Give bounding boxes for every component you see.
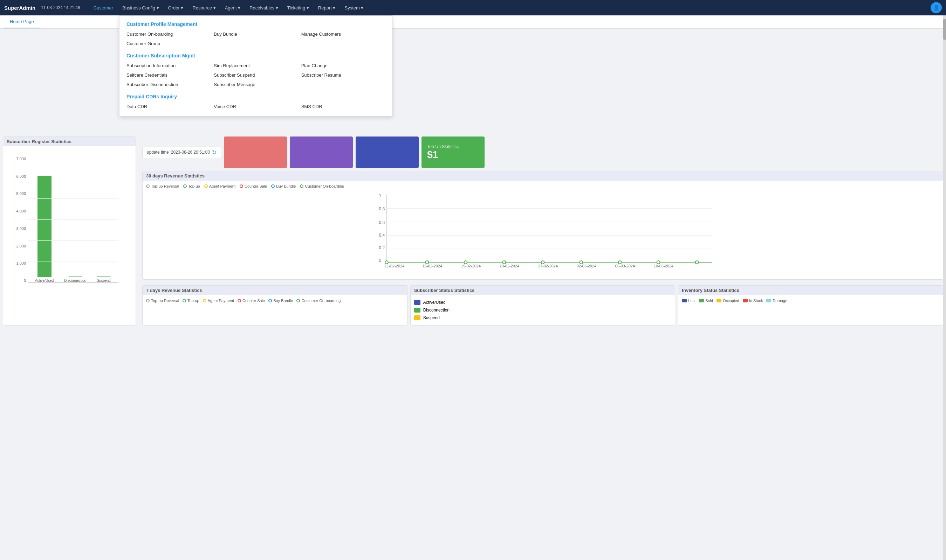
refresh-icon[interactable]: ↻ — [212, 149, 216, 156]
update-time-box: update time 2023-08-26 20:51:00 ↻ — [142, 147, 221, 158]
nav-receivables[interactable]: Receivables ▾ — [245, 3, 282, 12]
legend-7-dot-counter-sale — [238, 299, 241, 302]
section-header-subscription[interactable]: Customer Subscription Mgmt — [127, 53, 385, 58]
svg-point-20 — [657, 261, 660, 264]
main-content: Subscriber Register Statistics 7,000 6,0… — [0, 134, 946, 328]
nav-ticketing[interactable]: Ticketing ▾ — [283, 3, 313, 12]
svg-point-14 — [426, 261, 429, 264]
status-item-disconnection: Disconnection — [414, 306, 672, 314]
section-header-cdrs[interactable]: Prepaid CDRs Inquiry — [127, 94, 385, 99]
legend-inv-lost: Lost — [682, 298, 696, 303]
dropdown-subscriber-resume[interactable]: Subscriber Resume — [301, 71, 385, 79]
status-color-suspend — [414, 315, 420, 320]
nav-order[interactable]: Order ▾ — [164, 3, 188, 12]
revenue-7-panel: 7 days Revenue Statistics Top-up Reversa… — [142, 285, 407, 326]
dropdown-customer-onboarding[interactable]: Customer On-boarding — [127, 31, 210, 38]
legend-7-dot-topup — [182, 299, 186, 302]
legend-7-dot-agent-payment — [203, 299, 206, 302]
scrollbar-thumb[interactable] — [943, 19, 946, 40]
dropdown-manage-customers[interactable]: Manage Customers — [301, 31, 385, 38]
subscriber-status-list: Active/Used Disconnection Suspend — [414, 298, 672, 322]
dropdown-plan-change[interactable]: Plan Change — [301, 62, 385, 69]
svg-text:11-02-2024: 11-02-2024 — [385, 264, 404, 268]
tab-home[interactable]: Home Page — [3, 15, 40, 28]
inv-color-lost — [682, 299, 687, 302]
legend-inv-sold: Sold — [699, 298, 713, 303]
status-item-active: Active/Used — [414, 298, 672, 306]
nav-business-config[interactable]: Business Config ▾ — [118, 3, 163, 12]
dropdown-empty-1 — [214, 40, 298, 47]
dropdown-voice-cdr[interactable]: Voice CDR — [214, 103, 298, 110]
dropdown-subscription-info[interactable]: Subscription Information — [127, 62, 210, 69]
dropdown-selfcare-credentials[interactable]: Selfcare Credentials — [127, 71, 210, 79]
top-stats: update time 2023-08-26 20:51:00 ↻ Top-Up… — [142, 137, 943, 168]
inventory-legend: Lost Sold Occupied In Stock — [682, 298, 939, 303]
legend-dot-customer-onboarding — [300, 185, 303, 188]
nav-system[interactable]: System ▾ — [340, 3, 367, 12]
inv-color-sold — [699, 299, 704, 302]
legend-7-agent-payment: Agent Payment — [203, 298, 234, 303]
svg-text:10-03-2024: 10-03-2024 — [654, 264, 673, 268]
legend-customer-onboarding: Customer On-boarding — [300, 184, 344, 188]
nav-items: Customer Business Config ▾ Order ▾ Resou… — [90, 3, 929, 12]
legend-7-dot-topup-reversal — [146, 299, 150, 302]
svg-text:23-02-2024: 23-02-2024 — [500, 264, 519, 268]
nav-resource[interactable]: Resource ▾ — [188, 3, 220, 12]
dropdown-data-cdr[interactable]: Data CDR — [127, 103, 210, 110]
chart-y-labels: 7,000 6,000 5,000 4,000 3,000 2,000 1,00… — [8, 157, 26, 283]
dropdown-empty-3 — [301, 81, 385, 88]
dropdown-sim-replacement[interactable]: Sim Replacement — [214, 62, 298, 69]
legend-agent-payment: Agent Payment — [204, 184, 235, 188]
nav-report[interactable]: Report ▾ — [314, 3, 340, 12]
status-color-disconnection — [414, 308, 420, 312]
dropdown-customer-group[interactable]: Customer Group — [127, 40, 210, 47]
legend-7-topup-reversal: Top-up Reversal — [146, 298, 179, 303]
dropdown-sms-cdr[interactable]: SMS CDR — [301, 103, 385, 110]
bar-active — [37, 176, 51, 277]
status-item-suspend: Suspend — [414, 314, 672, 322]
brand-label[interactable]: SuperAdmin — [4, 5, 35, 11]
legend-dot-topup-reversal — [146, 185, 150, 188]
legend-7-buy-bundle: Buy Bundle — [269, 298, 293, 303]
legend-dot-buy-bundle — [271, 185, 275, 188]
svg-point-18 — [580, 261, 583, 264]
svg-text:1: 1 — [379, 193, 381, 198]
svg-point-13 — [385, 261, 388, 264]
right-panel: update time 2023-08-26 20:51:00 ↻ Top-Up… — [142, 137, 943, 326]
bar-label-suspend: Suspend — [97, 278, 110, 282]
dropdown-subscriber-message[interactable]: Subscriber Message — [214, 81, 298, 88]
revenue-30-chart: 1 0.8 0.6 0.4 0.2 0 — [146, 191, 939, 268]
legend-dot-topup — [183, 185, 187, 188]
dropdown-subscriber-suspend[interactable]: Subscriber Suspend — [214, 71, 298, 79]
user-avatar[interactable]: 👤 — [931, 2, 942, 13]
svg-point-16 — [503, 261, 506, 264]
revenue-7-legend: Top-up Reversal Top-up Agent Payment Cou… — [146, 298, 404, 303]
svg-point-19 — [619, 261, 622, 264]
legend-dot-agent-payment — [204, 185, 208, 188]
bar-label-active: Active/Used — [35, 278, 54, 282]
legend-dot-counter-sale — [240, 185, 243, 188]
scrollbar-track[interactable] — [943, 15, 946, 328]
subscriber-status-panel: Subscriber Status Statistics Active/Used… — [410, 285, 676, 326]
legend-7-dot-buy-bundle — [269, 299, 272, 302]
update-time-value: 2023-08-26 20:51:00 — [171, 150, 210, 155]
dropdown-buy-bundle[interactable]: Buy Bundle — [214, 31, 298, 38]
chart-bars: Active/Used Disconnection Suspend — [28, 157, 118, 283]
status-color-active — [414, 300, 420, 305]
bar-disconnection — [68, 277, 82, 277]
dropdown-subscriber-disconnection[interactable]: Subscriber Disconnection — [127, 81, 210, 88]
legend-topup-reversal: Top-up Reversal — [146, 184, 179, 188]
revenue-7-title: 7 days Revenue Statistics — [143, 286, 407, 295]
nav-customer[interactable]: Customer — [90, 3, 117, 12]
revenue-30-title: 30 days Revenue Statistics — [143, 171, 943, 181]
stat-box-topup: Top-Up Statistics $1 — [421, 137, 485, 168]
bar-suspend — [97, 277, 111, 277]
svg-point-17 — [541, 261, 545, 264]
section-header-profile[interactable]: Customer Profile Management — [127, 22, 385, 27]
legend-7-dot-customer-onboarding — [296, 299, 300, 302]
nav-agent[interactable]: Agent ▾ — [221, 3, 245, 12]
datetime-label: 11-03-2024 14:21:48 — [41, 5, 80, 10]
legend-inv-instock: In Stock — [743, 298, 763, 303]
legend-inv-damage: Damage — [766, 298, 787, 303]
revenue-30-svg: 1 0.8 0.6 0.4 0.2 0 — [146, 191, 939, 268]
